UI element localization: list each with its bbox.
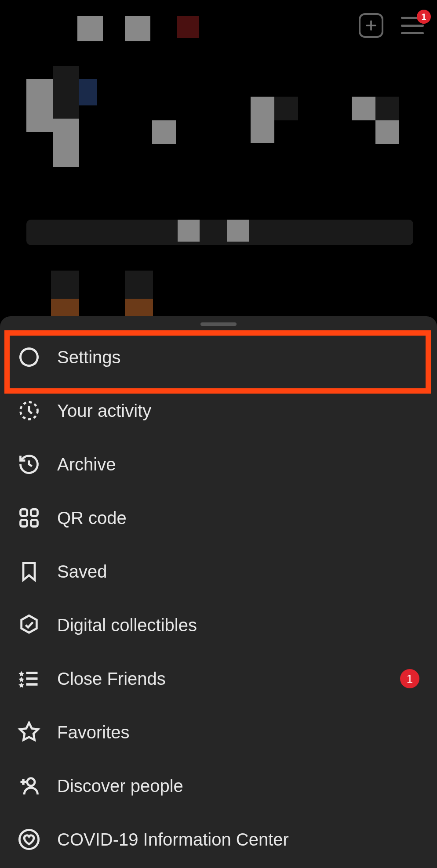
menu-item-settings[interactable]: Settings xyxy=(0,330,437,384)
close-friends-badge: 1 xyxy=(400,669,419,688)
menu-item-close-friends[interactable]: Close Friends 1 xyxy=(0,652,437,705)
menu-item-label: Your activity xyxy=(57,401,151,421)
profile-background: 1 xyxy=(0,0,437,316)
menu-item-label: Close Friends xyxy=(57,669,166,689)
menu-item-label: Archive xyxy=(57,455,116,474)
star-icon xyxy=(18,721,40,744)
menu-badge: 1 xyxy=(417,10,431,24)
svg-rect-6 xyxy=(31,520,37,526)
discover-people-icon xyxy=(18,774,40,797)
svg-rect-3 xyxy=(21,510,27,516)
menu-item-label: Discover people xyxy=(57,776,183,796)
create-button[interactable] xyxy=(359,13,383,38)
menu-item-archive[interactable]: Archive xyxy=(0,438,437,491)
svg-point-8 xyxy=(19,830,38,849)
qr-code-icon xyxy=(18,506,40,529)
svg-point-7 xyxy=(27,778,35,786)
svg-point-1 xyxy=(26,354,32,360)
sheet-handle[interactable] xyxy=(200,322,237,326)
menu-item-digital-collectibles[interactable]: Digital collectibles xyxy=(0,598,437,652)
menu-item-label: Digital collectibles xyxy=(57,615,197,635)
svg-rect-5 xyxy=(21,520,27,526)
gear-icon xyxy=(18,346,40,369)
menu-item-discover-people[interactable]: Discover people xyxy=(0,759,437,813)
menu-item-label: QR code xyxy=(57,508,127,528)
svg-rect-4 xyxy=(31,510,37,516)
archive-icon xyxy=(18,453,40,476)
star-list-icon xyxy=(18,667,40,690)
menu-item-qr-code[interactable]: QR code xyxy=(0,491,437,545)
menu-item-covid-info[interactable]: COVID-19 Information Center xyxy=(0,813,437,866)
heart-circle-icon xyxy=(18,828,40,851)
menu-item-your-activity[interactable]: Your activity xyxy=(0,384,437,438)
bottom-sheet: Settings Your activity Archive QR code S… xyxy=(0,316,437,868)
menu-item-saved[interactable]: Saved xyxy=(0,545,437,598)
menu-item-label: COVID-19 Information Center xyxy=(57,830,289,850)
menu-item-label: Saved xyxy=(57,562,107,582)
bookmark-icon xyxy=(18,560,40,583)
menu-item-favorites[interactable]: Favorites xyxy=(0,705,437,759)
activity-icon xyxy=(18,399,40,422)
menu-button[interactable]: 1 xyxy=(401,17,424,34)
menu-item-label: Favorites xyxy=(57,723,130,742)
hexagon-check-icon xyxy=(18,614,40,637)
menu-item-label: Settings xyxy=(57,347,121,367)
